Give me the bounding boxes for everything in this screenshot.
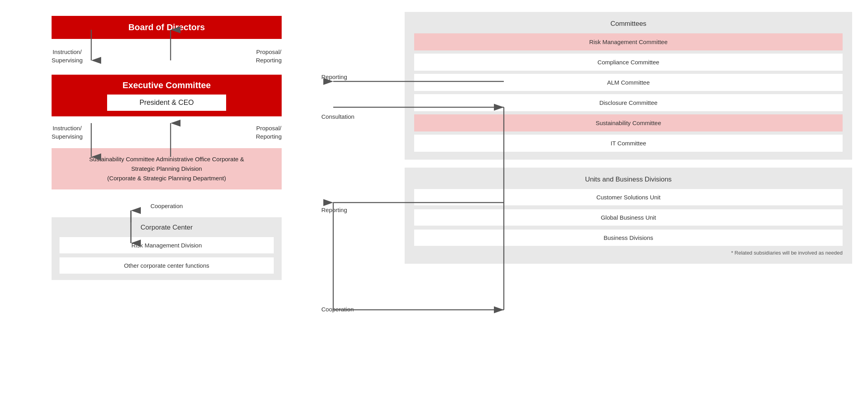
diagram-container: Board of Directors Instruction/Supervisi… <box>0 0 868 394</box>
units-title: Units and Business Divisions <box>414 176 843 183</box>
board-title: Board of Directors <box>128 22 205 32</box>
cooperation-arrow-group: Cooperation <box>150 199 183 209</box>
alm-committee: ALM Committee <box>414 74 843 91</box>
right-section: Committees Risk Management Committee Com… <box>405 12 852 382</box>
cooperation-label: Cooperation <box>150 203 183 209</box>
committees-box: Committees Risk Management Committee Com… <box>405 12 852 160</box>
reporting-label-bottom: Reporting <box>321 207 347 213</box>
corporate-center-title: Corporate Center <box>60 224 274 232</box>
instruction-label2: Instruction/Supervising <box>52 124 83 141</box>
corporate-center-box: Corporate Center Risk Management Divisio… <box>52 217 282 280</box>
board-of-directors-box: Board of Directors <box>52 16 282 39</box>
president-box: President & CEO <box>107 95 226 111</box>
executive-committee-box: Executive Committee President & CEO <box>52 75 282 116</box>
top-arrow-row: Instruction/Supervising Proposal/Reporti… <box>52 39 282 75</box>
proposal-reporting-label2: Proposal/Reporting <box>256 124 282 141</box>
proposal-reporting-group: Proposal/Reporting <box>256 48 282 66</box>
left-section: Board of Directors Instruction/Supervisi… <box>16 12 317 382</box>
compliance-committee: Compliance Committee <box>414 54 843 71</box>
reporting-label-top: Reporting <box>321 73 347 80</box>
customer-solutions-unit: Customer Solutions Unit <box>414 189 843 205</box>
sustain-admin-text: Sustainability Committee Administrative … <box>89 156 244 182</box>
business-divisions: Business Divisions <box>414 230 843 246</box>
footnote: * Related subsidiaries will be involved … <box>414 250 843 256</box>
committees-title: Committees <box>414 20 843 28</box>
bottom-arrow-row: Instruction/Supervising Proposal/Reporti… <box>52 116 282 148</box>
units-box: Units and Business Divisions Customer So… <box>405 168 852 264</box>
president-label: President & CEO <box>139 98 194 106</box>
it-committee: IT Committee <box>414 135 843 152</box>
cooperation-row: Cooperation <box>150 189 183 217</box>
proposal-reporting2-group: Proposal/Reporting <box>256 124 282 141</box>
disclosure-committee: Disclosure Committee <box>414 94 843 111</box>
sustain-admin-box: Sustainability Committee Administrative … <box>52 148 282 189</box>
risk-mgmt-division: Risk Management Division <box>60 237 274 253</box>
instruction-supervising2-group: Instruction/Supervising <box>52 124 83 141</box>
risk-management-committee: Risk Management Committee <box>414 33 843 50</box>
proposal-reporting-label: Proposal/Reporting <box>256 48 282 64</box>
other-corporate-functions: Other corporate center functions <box>60 257 274 274</box>
instruction-supervising-group: Instruction/Supervising <box>52 48 83 66</box>
cooperation-label2: Cooperation <box>321 306 354 313</box>
middle-section: Reporting Consultation Reporting Coopera… <box>317 12 405 382</box>
exec-title: Executive Committee <box>123 80 211 91</box>
global-business-unit: Global Business Unit <box>414 209 843 226</box>
instruction-label: Instruction/Supervising <box>52 48 83 64</box>
sustainability-committee: Sustainability Committee <box>414 114 843 131</box>
consultation-label: Consultation <box>321 113 354 120</box>
